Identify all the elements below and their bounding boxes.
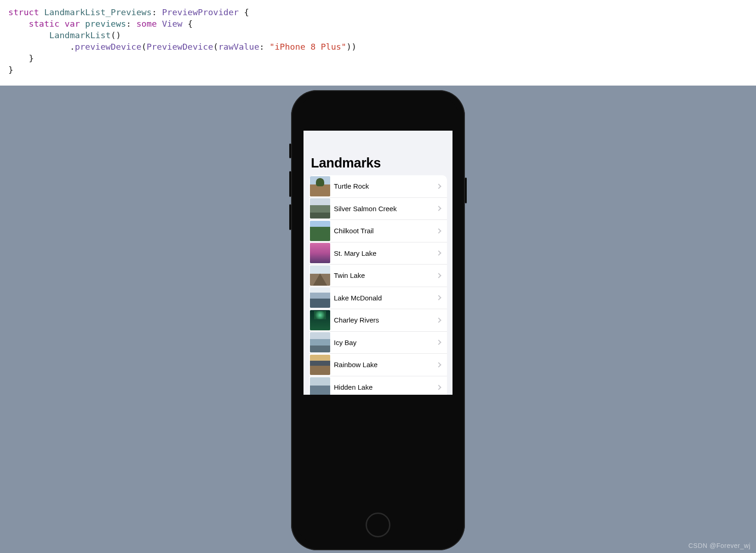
mute-switch — [289, 144, 291, 158]
list-item-label: St. Mary Lake — [334, 249, 437, 257]
list-item[interactable]: Silver Salmon Creek — [309, 198, 447, 220]
volume-down — [289, 204, 291, 230]
device-frame: Landmarks Turtle Rock Silver Salmon Cree… — [291, 90, 465, 550]
home-button[interactable] — [366, 513, 390, 537]
list-item[interactable]: Chilkoot Trail — [309, 220, 447, 242]
chevron-right-icon — [436, 340, 441, 345]
chevron-right-icon — [436, 295, 441, 300]
chevron-right-icon — [436, 228, 441, 233]
thumbnail — [310, 176, 330, 196]
thumbnail — [310, 310, 330, 330]
list-item[interactable]: St. Mary Lake — [309, 242, 447, 265]
preview-canvas: Landmarks Turtle Rock Silver Salmon Cree… — [0, 86, 756, 553]
bezel-top — [298, 97, 458, 131]
chevron-right-icon — [436, 184, 441, 189]
list-item-label: Lake McDonald — [334, 294, 437, 302]
list-item-label: Turtle Rock — [334, 182, 437, 190]
chevron-right-icon — [436, 273, 441, 278]
chevron-right-icon — [436, 251, 441, 256]
list-item-label: Hidden Lake — [334, 383, 437, 391]
thumbnail — [310, 243, 330, 263]
list-item[interactable]: Lake McDonald — [309, 287, 447, 310]
power-button — [465, 178, 467, 203]
thumbnail — [310, 288, 330, 308]
list-item[interactable]: Turtle Rock — [309, 175, 447, 198]
list-item[interactable]: Rainbow Lake — [309, 354, 447, 376]
list-item-label: Rainbow Lake — [334, 361, 437, 369]
list-item-label: Charley Rivers — [334, 316, 437, 324]
thumbnail — [310, 332, 330, 352]
list-item[interactable]: Twin Lake — [309, 265, 447, 287]
code-editor: struct LandmarkList_Previews: PreviewPro… — [0, 0, 756, 94]
list-item-label: Chilkoot Trail — [334, 227, 437, 235]
landmark-list[interactable]: Turtle Rock Silver Salmon Creek Chilkoot… — [309, 175, 447, 395]
list-item[interactable]: Icy Bay — [309, 332, 447, 354]
page-title: Landmarks — [304, 131, 452, 175]
volume-up — [289, 171, 291, 197]
watermark: CSDN @Forever_wj — [688, 542, 750, 549]
chevron-right-icon — [436, 317, 441, 323]
list-item-label: Twin Lake — [334, 271, 437, 279]
list-item-label: Icy Bay — [334, 339, 437, 346]
chevron-right-icon — [436, 385, 441, 390]
list-item[interactable]: Charley Rivers — [309, 309, 447, 332]
thumbnail — [310, 265, 330, 286]
thumbnail — [310, 198, 330, 219]
thumbnail — [310, 377, 330, 395]
list-item[interactable]: Hidden Lake — [309, 376, 447, 395]
chevron-right-icon — [436, 206, 441, 211]
list-item-label: Silver Salmon Creek — [334, 205, 437, 213]
chevron-right-icon — [436, 362, 441, 367]
thumbnail — [310, 355, 330, 375]
thumbnail — [310, 221, 330, 241]
device-screen: Landmarks Turtle Rock Silver Salmon Cree… — [304, 131, 452, 395]
